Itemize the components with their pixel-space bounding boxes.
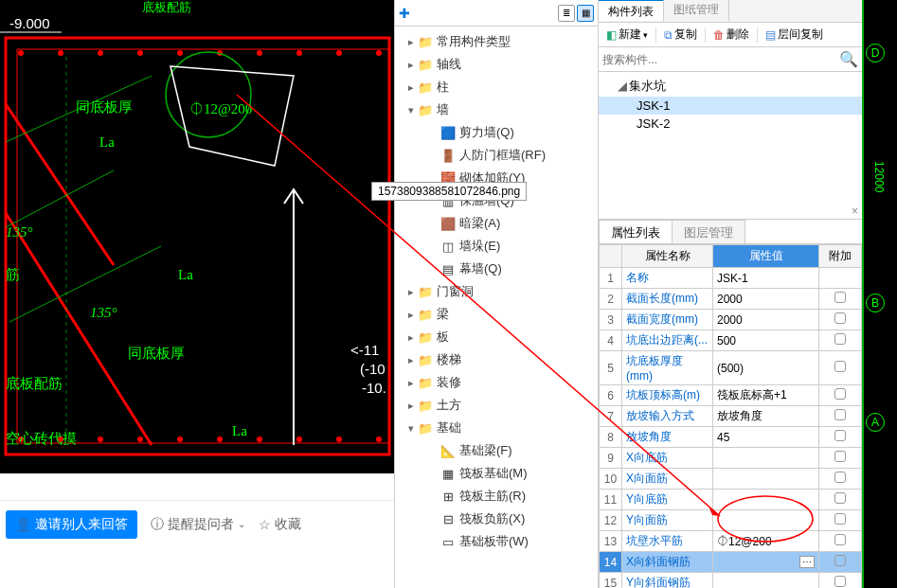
property-row[interactable]: 15 Y向斜面钢筋	[600, 573, 862, 589]
property-extra[interactable]	[819, 552, 862, 573]
layer-copy-button[interactable]: ▤层间复制	[762, 25, 827, 45]
property-row[interactable]: 6 坑板顶标高(m) 筏板底标高+1	[600, 385, 862, 406]
property-extra[interactable]	[819, 268, 862, 289]
property-row[interactable]: 9 X向底筋	[600, 448, 862, 469]
property-extra[interactable]	[819, 310, 862, 330]
tree-label: 常用构件类型	[437, 33, 511, 50]
property-value[interactable]	[713, 469, 819, 490]
property-row[interactable]: 2 截面长度(mm) 2000	[600, 289, 862, 310]
property-row[interactable]: 10 X向面筋	[600, 469, 862, 490]
property-value[interactable]: ⏀12@200	[713, 531, 819, 552]
component-group[interactable]: ◢集水坑	[599, 76, 862, 97]
tree-item[interactable]: ▤幕墙(Q)	[395, 258, 598, 280]
icon-view-button[interactable]: ▦	[577, 5, 594, 22]
tree-item[interactable]: ▸📁常用构件类型	[395, 30, 598, 53]
property-value[interactable]: JSK-1	[713, 268, 819, 289]
search-input[interactable]	[602, 53, 839, 66]
tree-item[interactable]: ▭基础板带(W)	[395, 530, 598, 553]
tab-properties[interactable]: 属性列表	[599, 220, 673, 243]
property-extra[interactable]	[819, 469, 862, 490]
property-value[interactable]: 放坡角度	[713, 406, 819, 427]
property-name: 坑底板厚度(mm)	[622, 351, 713, 385]
tree-item[interactable]: 🚪人防门框墙(RF)	[395, 144, 598, 167]
col-extra: 附加	[819, 245, 862, 268]
property-extra[interactable]	[819, 385, 862, 406]
copy-button[interactable]: ⧉复制	[660, 25, 701, 45]
property-value[interactable]: 2000	[713, 310, 819, 330]
tree-item[interactable]: ▸📁楼梯	[395, 348, 598, 371]
property-extra[interactable]	[819, 510, 862, 531]
property-table[interactable]: 属性名称 属性值 附加 1 名称 JSK-1 2 截面长度(mm) 2000 3…	[599, 244, 862, 588]
property-row[interactable]: 14 X向斜面钢筋 ⋯	[600, 552, 862, 573]
new-button[interactable]: ◧新建 ▾	[602, 25, 652, 45]
tree-item[interactable]: ⊞筏板主筋(R)	[395, 485, 598, 508]
property-row[interactable]: 12 Y向面筋	[600, 510, 862, 531]
tree-item[interactable]: ▸📁板	[395, 326, 598, 348]
component-item[interactable]: JSK-2	[599, 115, 862, 133]
property-row[interactable]: 1 名称 JSK-1	[600, 268, 862, 289]
property-value[interactable]: 45	[713, 427, 819, 448]
property-extra[interactable]	[819, 330, 862, 351]
tree-item[interactable]: ◫墙垛(E)	[395, 235, 598, 258]
invite-button[interactable]: 👤 邀请别人来回答	[6, 510, 137, 539]
tab-layer-mgmt[interactable]: 图层管理	[672, 220, 745, 243]
tree-item[interactable]: 🟦剪力墙(Q)	[395, 121, 598, 144]
list-view-button[interactable]: ≣	[558, 5, 575, 22]
star-icon: ☆	[259, 517, 271, 532]
tree-item[interactable]: ▸📁轴线	[395, 53, 598, 76]
component-list[interactable]: ◢集水坑 JSK-1 JSK-2	[599, 72, 862, 220]
svg-text:La: La	[232, 423, 247, 438]
tree-item[interactable]: ▸📁柱	[395, 76, 598, 98]
property-extra[interactable]	[819, 289, 862, 310]
tab-drawing-mgmt[interactable]: 图纸管理	[664, 0, 729, 21]
tree-item[interactable]: 📐基础梁(F)	[395, 439, 598, 462]
tree-item[interactable]: ⊟筏板负筋(X)	[395, 508, 598, 530]
property-value[interactable]	[713, 573, 819, 589]
component-tree[interactable]: ▸📁常用构件类型▸📁轴线▸📁柱▾📁墙🟦剪力墙(Q)🚪人防门框墙(RF)🧱砌体加筋…	[395, 27, 598, 576]
property-value[interactable]: 500	[713, 330, 819, 351]
search-icon[interactable]: 🔍	[839, 50, 858, 68]
property-extra[interactable]	[819, 573, 862, 589]
property-row[interactable]: 4 坑底出边距离(... 500	[600, 330, 862, 351]
close-icon[interactable]: ×	[852, 205, 858, 218]
property-row[interactable]: 8 放坡角度 45	[600, 427, 862, 448]
property-extra[interactable]	[819, 490, 862, 510]
delete-button[interactable]: 🗑删除	[709, 25, 753, 45]
right-panel: 构件列表 图纸管理 ◧新建 ▾ ⧉复制 🗑删除 ▤层间复制 🔍 ◢集水坑 JSK…	[599, 0, 862, 588]
property-value[interactable]	[713, 510, 819, 531]
property-row[interactable]: 13 坑壁水平筋 ⏀12@200	[600, 531, 862, 552]
tree-item[interactable]: ▸📁梁	[395, 303, 598, 326]
more-button[interactable]: ⋯	[799, 556, 815, 568]
tree-label: 幕墙(Q)	[459, 260, 502, 277]
property-value[interactable]	[713, 448, 819, 469]
property-value[interactable]: 筏板底标高+1	[713, 385, 819, 406]
property-extra[interactable]	[819, 531, 862, 552]
property-extra[interactable]	[819, 448, 862, 469]
property-value[interactable]: ⋯	[713, 552, 819, 573]
tree-item[interactable]: 🟫暗梁(A)	[395, 212, 598, 235]
property-extra[interactable]	[819, 351, 862, 385]
property-value[interactable]	[713, 490, 819, 510]
tree-item[interactable]: ▦筏板基础(M)	[395, 462, 598, 485]
tree-item[interactable]: ▸📁装修	[395, 371, 598, 394]
svg-text:筋: 筋	[6, 267, 20, 282]
tab-component-list[interactable]: 构件列表	[599, 0, 664, 21]
tree-item[interactable]: ▾📁基础	[395, 417, 598, 439]
property-value[interactable]: (500)	[713, 351, 819, 385]
property-extra[interactable]	[819, 406, 862, 427]
property-row[interactable]: 5 坑底板厚度(mm) (500)	[600, 351, 862, 385]
tree-item[interactable]: ▸📁土方	[395, 394, 598, 417]
tree-item[interactable]: ▸📁门窗洞	[395, 280, 598, 303]
property-value[interactable]: 2000	[713, 289, 819, 310]
pin-icon[interactable]: ✚	[399, 6, 410, 21]
property-row[interactable]: 7 放坡输入方式 放坡角度	[600, 406, 862, 427]
component-item[interactable]: JSK-1	[599, 97, 862, 115]
property-row[interactable]: 11 Y向底筋	[600, 490, 862, 510]
favorite-link[interactable]: ☆ 收藏	[259, 516, 301, 533]
cad-viewport[interactable]: -9.000 ⏀12@200 同底板厚 底板配筋 La 135° La 筋 13…	[0, 0, 394, 473]
property-row[interactable]: 3 截面宽度(mm) 2000	[600, 310, 862, 330]
tree-item[interactable]: ▾📁墙	[395, 98, 598, 121]
remind-link[interactable]: ⓘ 提醒提问者 ⌄	[151, 516, 245, 533]
property-name: 坑底出边距离(...	[622, 330, 713, 351]
property-extra[interactable]	[819, 427, 862, 448]
